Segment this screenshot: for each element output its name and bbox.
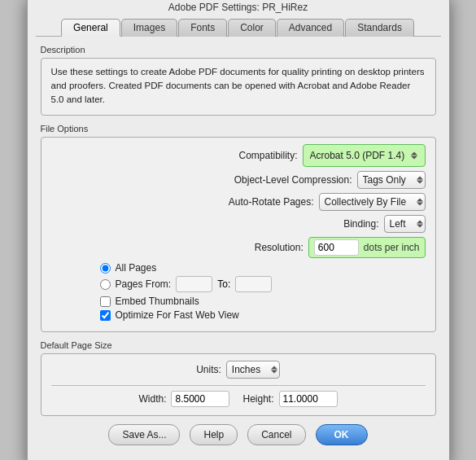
pages-from-label: Pages From: <box>116 278 172 290</box>
binding-row: Binding: Left <box>51 215 426 233</box>
main-dialog: Adobe PDF Settings: PR_HiRez General Ima… <box>27 0 450 460</box>
resolution-label: Resolution: <box>255 242 304 253</box>
compression-label: Object-Level Compression: <box>234 174 352 186</box>
tab-images[interactable]: Images <box>121 19 177 37</box>
size-row: Width: Height: <box>51 391 426 407</box>
autorotate-label: Auto-Rotate Pages: <box>229 196 314 208</box>
dialog-body: Description Use these settings to create… <box>28 37 449 454</box>
embed-thumbnails-checkbox[interactable] <box>100 296 111 307</box>
ok-button[interactable]: OK <box>316 424 368 445</box>
autorotate-select-wrap: Collectively By File <box>319 193 426 211</box>
tab-fonts[interactable]: Fonts <box>178 19 227 37</box>
pages-radio-group: All Pages Pages From: To: <box>51 262 426 292</box>
dialog-title: Adobe PDF Settings: PR_HiRez <box>28 0 449 18</box>
button-row: Save As... Help Cancel OK <box>41 424 436 445</box>
binding-label: Binding: <box>343 218 378 230</box>
optimize-label: Optimize For Fast Web View <box>116 309 239 321</box>
height-input[interactable] <box>279 391 338 407</box>
all-pages-row: All Pages <box>100 262 426 274</box>
compression-row: Object-Level Compression: Tags Only <box>51 171 426 189</box>
pages-to-label: To: <box>217 278 230 290</box>
embed-thumbnails-row: Embed Thumbnails <box>100 296 426 307</box>
width-label: Width: <box>138 393 166 405</box>
height-label: Height: <box>242 393 273 405</box>
page-size-section-label: Default Page Size <box>41 340 436 350</box>
width-field: Width: <box>138 391 229 407</box>
embed-thumbnails-label: Embed Thumbnails <box>116 296 199 307</box>
compression-select[interactable]: Tags Only <box>357 171 426 189</box>
file-options-section-label: File Options <box>41 124 436 134</box>
units-row: Units: Inches <box>51 361 426 379</box>
tab-general[interactable]: General <box>61 19 120 37</box>
save-as-button[interactable]: Save As... <box>108 424 180 445</box>
compatibility-highlight: Acrobat 5.0 (PDF 1.4) <box>303 144 426 167</box>
tab-standards[interactable]: Standards <box>345 19 414 37</box>
resolution-highlight: dots per inch <box>308 237 426 258</box>
autorotate-row: Auto-Rotate Pages: Collectively By File <box>51 193 426 211</box>
binding-select[interactable]: Left <box>384 215 426 233</box>
pages-to-input[interactable] <box>235 276 272 292</box>
pages-from-input[interactable] <box>176 276 212 292</box>
divider <box>51 385 426 386</box>
pages-from-row: Pages From: To: <box>100 276 426 292</box>
optimize-checkbox[interactable] <box>100 310 111 321</box>
page-size-section: Units: Inches Width: <box>41 353 436 416</box>
units-select-wrap: Inches <box>226 361 280 379</box>
tab-color[interactable]: Color <box>228 19 276 37</box>
file-options-section: Compatibility: Acrobat 5.0 (PDF 1.4) <box>41 137 436 332</box>
resolution-unit: dots per inch <box>364 242 420 253</box>
compatibility-select[interactable]: Acrobat 5.0 (PDF 1.4) <box>308 147 420 164</box>
cancel-button[interactable]: Cancel <box>247 424 305 445</box>
resolution-input[interactable] <box>314 239 359 256</box>
autorotate-select[interactable]: Collectively By File <box>319 193 426 211</box>
all-pages-radio[interactable] <box>100 263 111 274</box>
height-field: Height: <box>242 391 337 407</box>
tab-bar: General Images Fonts Color Advanced Stan… <box>36 18 441 36</box>
tab-advanced[interactable]: Advanced <box>277 19 344 37</box>
help-button[interactable]: Help <box>190 424 238 445</box>
description-section-label: Description <box>41 45 436 55</box>
width-input[interactable] <box>171 391 229 407</box>
optimize-row: Optimize For Fast Web View <box>100 309 426 321</box>
description-section: Use these settings to create Adobe PDF d… <box>41 58 436 116</box>
units-label: Units: <box>196 364 221 375</box>
all-pages-label: All Pages <box>116 262 157 274</box>
units-select[interactable]: Inches <box>226 361 280 379</box>
checkboxes-group: Embed Thumbnails Optimize For Fast Web V… <box>51 296 426 321</box>
binding-select-wrap: Left <box>384 215 426 233</box>
resolution-row: Resolution: dots per inch <box>51 237 426 258</box>
pages-from-radio[interactable] <box>100 279 111 290</box>
description-text: Use these settings to create Adobe PDF d… <box>51 65 426 107</box>
compression-select-wrap: Tags Only <box>357 171 426 189</box>
compatibility-label: Compatibility: <box>238 150 297 161</box>
compatibility-select-wrap: Acrobat 5.0 (PDF 1.4) <box>308 147 420 164</box>
compatibility-row: Compatibility: Acrobat 5.0 (PDF 1.4) <box>51 144 426 167</box>
